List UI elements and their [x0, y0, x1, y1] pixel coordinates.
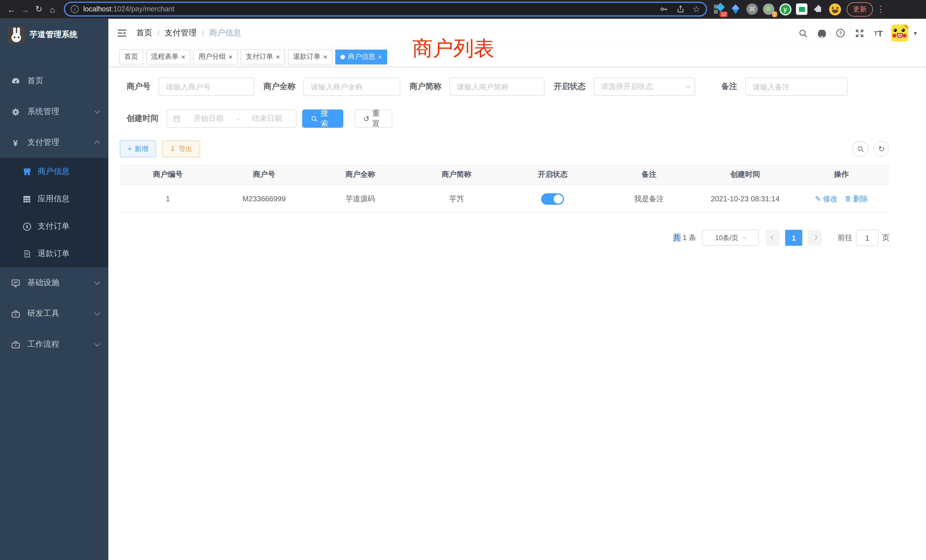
column-header: 操作: [793, 164, 890, 185]
delete-link[interactable]: 删除: [844, 194, 868, 204]
tab-merchant-info[interactable]: 商户信息 ×: [335, 49, 387, 64]
export-button[interactable]: ↧ 导出: [162, 140, 200, 157]
github-icon[interactable]: [816, 27, 828, 39]
status-select[interactable]: 请选择开启状态: [593, 77, 695, 96]
page-size-select[interactable]: 10条/页: [702, 230, 759, 246]
sidebar-item-app-info[interactable]: 应用信息: [0, 185, 108, 213]
page-size-value: 10条/页: [715, 233, 738, 243]
sidebar-item-devtools[interactable]: 研发工具: [0, 298, 108, 329]
extension-y-icon[interactable]: y: [779, 3, 791, 15]
goto-label: 前往: [838, 233, 852, 243]
tab-close-icon[interactable]: ×: [181, 53, 185, 61]
chrome-update-button[interactable]: 更新: [847, 2, 873, 16]
table-header-row: 商户编号 商户号 商户全称 商户简称 开启状态 备注 创建时间 操作: [120, 164, 890, 185]
tab-refund-order[interactable]: 退款订单 ×: [288, 49, 333, 64]
user-avatar[interactable]: [891, 24, 909, 42]
cell-merchant-no: M233666999: [216, 185, 312, 212]
delete-link-label: 删除: [853, 194, 868, 204]
merchant-no-input[interactable]: [159, 77, 254, 96]
sidebar-item-infra[interactable]: 基础设施: [0, 268, 108, 298]
browser-toolbar: ← → ↻ ⌂ i localhost:1024/pay/merchant ☆ …: [0, 0, 926, 19]
sidebar-item-payment[interactable]: ¥ 支付管理: [0, 127, 108, 158]
sidebar-item-label: 应用信息: [38, 194, 70, 204]
short-name-input[interactable]: [449, 77, 545, 96]
svg-text:?: ?: [839, 30, 842, 36]
reset-button[interactable]: ↺ 重置: [355, 109, 392, 128]
column-header: 商户号: [216, 164, 312, 185]
url-path: :1024/pay/merchant: [112, 5, 174, 13]
reload-icon[interactable]: ↻: [32, 2, 45, 16]
tab-close-icon[interactable]: ×: [323, 53, 327, 61]
edit-link[interactable]: ✎ 修改: [815, 194, 838, 204]
yen-icon: ¥: [10, 138, 21, 147]
chevron-down-icon: [742, 235, 746, 239]
top-navbar: 首页 / 支付管理 / 商户信息 ?: [108, 19, 926, 47]
extension-command-icon[interactable]: ⌘: [746, 3, 758, 15]
column-header: 备注: [601, 164, 698, 185]
breadcrumb-payment[interactable]: 支付管理: [165, 28, 197, 38]
forward-icon[interactable]: →: [18, 2, 32, 16]
end-date-placeholder: 结束日期: [244, 114, 290, 124]
tab-home[interactable]: 首页: [119, 49, 143, 64]
breadcrumb-separator: /: [157, 29, 160, 38]
tab-user-group[interactable]: 用户分组 ×: [193, 49, 238, 64]
chevron-down-icon: [94, 108, 100, 114]
sidebar-item-workflow[interactable]: 工作流程: [0, 329, 108, 360]
page-info-icon[interactable]: i: [71, 5, 79, 13]
sidebar-collapse-icon[interactable]: [117, 29, 127, 38]
sidebar-item-refund-order[interactable]: 退款订单: [0, 240, 108, 268]
extension-circle-icon[interactable]: 1: [763, 3, 775, 15]
column-header: 商户简称: [409, 164, 505, 185]
profile-emoji-icon[interactable]: [829, 3, 841, 15]
full-name-input[interactable]: [303, 77, 400, 96]
page-number-1[interactable]: 1: [785, 230, 802, 246]
sidebar-item-system[interactable]: 系统管理: [0, 96, 108, 127]
font-size-icon[interactable]: TT: [873, 27, 884, 39]
chrome-menu-icon[interactable]: ⋮: [876, 4, 885, 14]
extension-diamond-icon[interactable]: 10: [713, 3, 725, 15]
search-icon[interactable]: [797, 27, 809, 39]
remark-input[interactable]: [745, 77, 848, 96]
tab-close-icon[interactable]: ×: [228, 53, 233, 61]
pagination-total-count: 1: [682, 233, 687, 242]
sidebar-item-merchant-info[interactable]: 商户信息: [0, 158, 108, 185]
password-key-icon[interactable]: [659, 5, 668, 14]
back-icon[interactable]: ←: [5, 2, 18, 16]
url-text[interactable]: localhost:1024/pay/merchant: [83, 5, 659, 13]
toggle-search-icon[interactable]: [852, 141, 869, 157]
status-toggle[interactable]: [542, 193, 564, 204]
refresh-icon[interactable]: ↻: [873, 141, 890, 157]
url-host: localhost: [83, 5, 112, 13]
app-title: 芋道管理系统: [30, 30, 77, 40]
fullscreen-icon[interactable]: [854, 27, 865, 39]
cell-short-name: 芋艿: [409, 185, 505, 212]
extension-chat-icon[interactable]: [796, 3, 808, 15]
breadcrumb-home[interactable]: 首页: [136, 28, 152, 38]
sidebar: 芋道管理系统 首页 系统管理 ¥: [0, 19, 108, 560]
tab-pay-order[interactable]: 支付订单 ×: [241, 49, 285, 64]
search-button[interactable]: 搜索: [302, 109, 343, 128]
chevron-down-icon: [94, 279, 100, 285]
tab-close-icon[interactable]: ×: [276, 53, 280, 61]
prev-page-button[interactable]: [766, 230, 779, 246]
cell-remark: 我是备注: [601, 185, 698, 212]
app-logo-rabbit: [8, 26, 24, 43]
sidebar-item-pay-order[interactable]: ¥ 支付订单: [0, 213, 108, 240]
browser-window: ← → ↻ ⌂ i localhost:1024/pay/merchant ☆ …: [0, 0, 926, 560]
home-icon[interactable]: ⌂: [45, 2, 59, 16]
address-bar[interactable]: i localhost:1024/pay/merchant ☆: [64, 2, 707, 17]
extension-balloon-icon[interactable]: [729, 3, 742, 15]
tab-close-icon[interactable]: ×: [378, 53, 382, 61]
goto-page-input[interactable]: [856, 230, 879, 246]
help-question-icon[interactable]: ?: [835, 27, 846, 39]
tab-process-form[interactable]: 流程表单 ×: [146, 49, 191, 64]
next-page-button[interactable]: [808, 230, 822, 246]
extensions-puzzle-icon[interactable]: [812, 3, 825, 15]
add-button[interactable]: + 新增: [120, 140, 156, 157]
share-icon[interactable]: [676, 5, 684, 14]
date-range-picker[interactable]: 开始日期 - 结束日期: [166, 109, 297, 128]
avatar-caret-icon[interactable]: ▾: [914, 29, 917, 37]
sidebar-item-home[interactable]: 首页: [0, 65, 108, 96]
bookmark-star-icon[interactable]: ☆: [693, 4, 700, 14]
app-logo-row[interactable]: 芋道管理系统: [0, 19, 108, 51]
